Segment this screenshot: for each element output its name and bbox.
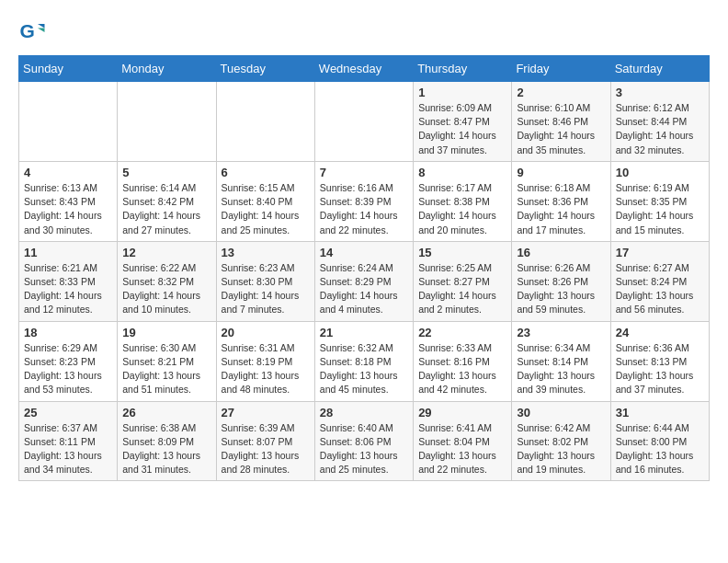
day-info: Sunrise: 6:39 AM Sunset: 8:07 PM Dayligh…: [222, 421, 310, 477]
day-number: 9: [517, 166, 605, 179]
day-number: 19: [122, 326, 210, 339]
calendar-cell: 31Sunrise: 6:44 AM Sunset: 8:00 PM Dayli…: [610, 401, 709, 481]
weekday-header-row: SundayMondayTuesdayWednesdayThursdayFrid…: [19, 56, 710, 82]
weekday-header-wednesday: Wednesday: [314, 56, 413, 82]
calendar-table: SundayMondayTuesdayWednesdayThursdayFrid…: [18, 55, 710, 481]
day-info: Sunrise: 6:27 AM Sunset: 8:24 PM Dayligh…: [616, 261, 704, 317]
day-info: Sunrise: 6:26 AM Sunset: 8:26 PM Dayligh…: [517, 261, 605, 317]
day-number: 29: [418, 406, 506, 419]
day-info: Sunrise: 6:33 AM Sunset: 8:16 PM Dayligh…: [418, 341, 506, 397]
calendar-cell: 5Sunrise: 6:14 AM Sunset: 8:42 PM Daylig…: [118, 161, 216, 241]
calendar-cell: 7Sunrise: 6:16 AM Sunset: 8:39 PM Daylig…: [314, 161, 413, 241]
day-number: 24: [616, 326, 704, 339]
day-number: 4: [24, 166, 112, 179]
day-number: 17: [616, 246, 704, 259]
calendar-cell: 10Sunrise: 6:19 AM Sunset: 8:35 PM Dayli…: [610, 161, 709, 241]
day-info: Sunrise: 6:09 AM Sunset: 8:47 PM Dayligh…: [418, 101, 506, 157]
weekday-header-sunday: Sunday: [19, 56, 118, 82]
day-number: 31: [616, 406, 704, 419]
day-info: Sunrise: 6:18 AM Sunset: 8:36 PM Dayligh…: [517, 181, 605, 237]
day-info: Sunrise: 6:41 AM Sunset: 8:04 PM Dayligh…: [418, 421, 506, 477]
calendar-cell: 29Sunrise: 6:41 AM Sunset: 8:04 PM Dayli…: [414, 401, 512, 481]
day-info: Sunrise: 6:10 AM Sunset: 8:46 PM Dayligh…: [517, 101, 605, 157]
day-info: Sunrise: 6:40 AM Sunset: 8:06 PM Dayligh…: [320, 421, 408, 477]
day-number: 18: [24, 326, 112, 339]
calendar-cell: 25Sunrise: 6:37 AM Sunset: 8:11 PM Dayli…: [19, 401, 118, 481]
day-number: 10: [616, 166, 704, 179]
day-number: 13: [222, 246, 310, 259]
calendar-cell: 17Sunrise: 6:27 AM Sunset: 8:24 PM Dayli…: [610, 241, 709, 321]
day-number: 25: [24, 406, 112, 419]
calendar-cell: 12Sunrise: 6:22 AM Sunset: 8:32 PM Dayli…: [118, 241, 216, 321]
day-number: 22: [418, 326, 506, 339]
day-info: Sunrise: 6:16 AM Sunset: 8:39 PM Dayligh…: [320, 181, 408, 237]
day-info: Sunrise: 6:32 AM Sunset: 8:18 PM Dayligh…: [320, 341, 408, 397]
day-info: Sunrise: 6:37 AM Sunset: 8:11 PM Dayligh…: [24, 421, 112, 477]
calendar-cell: 13Sunrise: 6:23 AM Sunset: 8:30 PM Dayli…: [216, 241, 314, 321]
calendar-cell: 21Sunrise: 6:32 AM Sunset: 8:18 PM Dayli…: [314, 321, 413, 401]
calendar-cell: 22Sunrise: 6:33 AM Sunset: 8:16 PM Dayli…: [414, 321, 512, 401]
day-number: 28: [320, 406, 408, 419]
logo: G: [18, 18, 50, 46]
calendar-cell: 2Sunrise: 6:10 AM Sunset: 8:46 PM Daylig…: [512, 82, 610, 162]
svg-text:G: G: [20, 20, 35, 41]
day-number: 21: [320, 326, 408, 339]
calendar-cell: [118, 82, 216, 162]
calendar-cell: 27Sunrise: 6:39 AM Sunset: 8:07 PM Dayli…: [216, 401, 314, 481]
day-info: Sunrise: 6:17 AM Sunset: 8:38 PM Dayligh…: [418, 181, 506, 237]
calendar-cell: [314, 82, 413, 162]
calendar-cell: 14Sunrise: 6:24 AM Sunset: 8:29 PM Dayli…: [314, 241, 413, 321]
calendar-cell: 30Sunrise: 6:42 AM Sunset: 8:02 PM Dayli…: [512, 401, 610, 481]
weekday-header-saturday: Saturday: [610, 56, 709, 82]
day-info: Sunrise: 6:21 AM Sunset: 8:33 PM Dayligh…: [24, 261, 112, 317]
day-info: Sunrise: 6:29 AM Sunset: 8:23 PM Dayligh…: [24, 341, 112, 397]
day-info: Sunrise: 6:31 AM Sunset: 8:19 PM Dayligh…: [222, 341, 310, 397]
day-number: 20: [222, 326, 310, 339]
day-number: 14: [320, 246, 408, 259]
calendar-cell: 19Sunrise: 6:30 AM Sunset: 8:21 PM Dayli…: [118, 321, 216, 401]
day-number: 16: [517, 246, 605, 259]
day-number: 8: [418, 166, 506, 179]
calendar-week-3: 11Sunrise: 6:21 AM Sunset: 8:33 PM Dayli…: [19, 241, 710, 321]
day-info: Sunrise: 6:25 AM Sunset: 8:27 PM Dayligh…: [418, 261, 506, 317]
calendar-cell: 18Sunrise: 6:29 AM Sunset: 8:23 PM Dayli…: [19, 321, 118, 401]
day-info: Sunrise: 6:42 AM Sunset: 8:02 PM Dayligh…: [517, 421, 605, 477]
day-info: Sunrise: 6:12 AM Sunset: 8:44 PM Dayligh…: [616, 101, 704, 157]
calendar-cell: [19, 82, 118, 162]
day-info: Sunrise: 6:15 AM Sunset: 8:40 PM Dayligh…: [222, 181, 310, 237]
calendar-cell: 1Sunrise: 6:09 AM Sunset: 8:47 PM Daylig…: [414, 82, 512, 162]
day-number: 1: [418, 86, 506, 99]
day-info: Sunrise: 6:34 AM Sunset: 8:14 PM Dayligh…: [517, 341, 605, 397]
calendar-cell: 6Sunrise: 6:15 AM Sunset: 8:40 PM Daylig…: [216, 161, 314, 241]
svg-marker-1: [38, 24, 45, 29]
weekday-header-friday: Friday: [512, 56, 610, 82]
day-number: 23: [517, 326, 605, 339]
day-info: Sunrise: 6:19 AM Sunset: 8:35 PM Dayligh…: [616, 181, 704, 237]
day-info: Sunrise: 6:14 AM Sunset: 8:42 PM Dayligh…: [122, 181, 210, 237]
day-info: Sunrise: 6:44 AM Sunset: 8:00 PM Dayligh…: [616, 421, 704, 477]
day-info: Sunrise: 6:24 AM Sunset: 8:29 PM Dayligh…: [320, 261, 408, 317]
day-info: Sunrise: 6:38 AM Sunset: 8:09 PM Dayligh…: [122, 421, 210, 477]
weekday-header-thursday: Thursday: [414, 56, 512, 82]
day-number: 12: [122, 246, 210, 259]
calendar-cell: 3Sunrise: 6:12 AM Sunset: 8:44 PM Daylig…: [610, 82, 709, 162]
day-number: 6: [222, 166, 310, 179]
calendar-cell: [216, 82, 314, 162]
calendar-cell: 23Sunrise: 6:34 AM Sunset: 8:14 PM Dayli…: [512, 321, 610, 401]
day-number: 3: [616, 86, 704, 99]
calendar-cell: 28Sunrise: 6:40 AM Sunset: 8:06 PM Dayli…: [314, 401, 413, 481]
calendar-week-1: 1Sunrise: 6:09 AM Sunset: 8:47 PM Daylig…: [19, 82, 710, 162]
day-info: Sunrise: 6:22 AM Sunset: 8:32 PM Dayligh…: [122, 261, 210, 317]
day-number: 7: [320, 166, 408, 179]
day-number: 26: [122, 406, 210, 419]
calendar-cell: 8Sunrise: 6:17 AM Sunset: 8:38 PM Daylig…: [414, 161, 512, 241]
calendar-week-4: 18Sunrise: 6:29 AM Sunset: 8:23 PM Dayli…: [19, 321, 710, 401]
calendar-week-5: 25Sunrise: 6:37 AM Sunset: 8:11 PM Dayli…: [19, 401, 710, 481]
calendar-cell: 15Sunrise: 6:25 AM Sunset: 8:27 PM Dayli…: [414, 241, 512, 321]
calendar-cell: 4Sunrise: 6:13 AM Sunset: 8:43 PM Daylig…: [19, 161, 118, 241]
day-info: Sunrise: 6:36 AM Sunset: 8:13 PM Dayligh…: [616, 341, 704, 397]
day-number: 11: [24, 246, 112, 259]
day-info: Sunrise: 6:30 AM Sunset: 8:21 PM Dayligh…: [122, 341, 210, 397]
day-number: 2: [517, 86, 605, 99]
calendar-cell: 16Sunrise: 6:26 AM Sunset: 8:26 PM Dayli…: [512, 241, 610, 321]
